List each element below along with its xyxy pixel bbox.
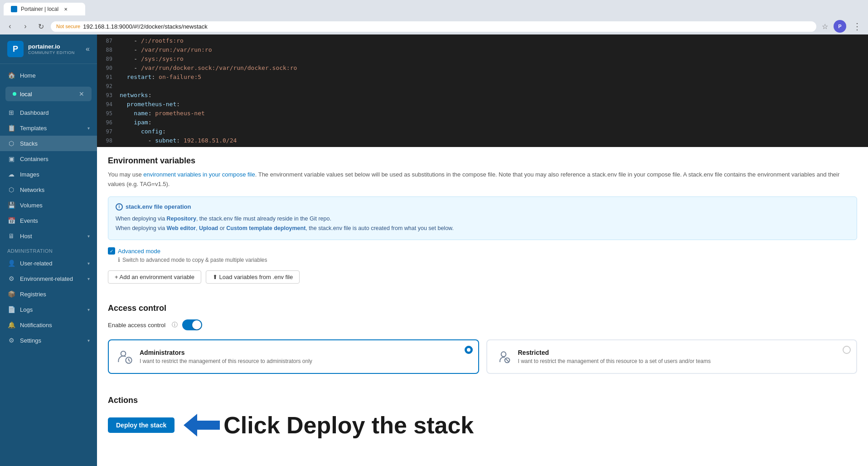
collapse-sidebar-button[interactable]: « <box>86 45 90 53</box>
sidebar-item-environment-related[interactable]: ⚙ Environment-related ▾ <box>0 271 97 286</box>
browser-menu-button[interactable]: ⋮ <box>850 20 864 33</box>
deploy-stack-button[interactable]: Deploy the stack <box>108 417 175 433</box>
hint-icon: ℹ <box>118 256 120 263</box>
code-editor[interactable]: 87 - /:/rootfs:ro 88 - /var/run:/var/run… <box>97 34 868 147</box>
add-env-variable-button[interactable]: + Add an environment variable <box>108 270 201 284</box>
access-control-help-icon: ⓘ <box>172 321 178 329</box>
environment-badge[interactable]: local ✕ <box>5 87 92 101</box>
not-secure-indicator: Not secure <box>56 24 80 29</box>
templates-expand-icon: ▾ <box>87 126 90 131</box>
code-line-92: 92 <box>97 82 868 91</box>
sidebar-item-label: Settings <box>20 337 83 344</box>
code-line-88: 88 - /var/run:/var/run:ro <box>97 45 868 54</box>
active-tab[interactable]: Portainer | local ✕ <box>4 3 85 15</box>
back-button[interactable]: ‹ <box>4 20 16 33</box>
advanced-mode-hint: ℹ Switch to advanced mode to copy & past… <box>118 256 857 263</box>
forward-button[interactable]: › <box>19 20 32 33</box>
sidebar: P portainer.io COMMUNITY EDITION « 🏠 Hom… <box>0 34 97 466</box>
advanced-mode-label[interactable]: Advanced mode <box>118 248 160 255</box>
svg-point-0 <box>121 351 126 356</box>
profile-button[interactable]: P <box>834 20 846 33</box>
info-box-content: When deploying via Repository, the stack… <box>116 214 849 234</box>
code-line-96: 96 ipam: <box>97 118 868 127</box>
tab-bar: Portainer | local ✕ <box>4 3 85 15</box>
notifications-icon: 🔔 <box>7 321 15 329</box>
sidebar-item-logs[interactable]: 📄 Logs ▾ <box>0 302 97 317</box>
deploy-area: Deploy the stack Click Deploy the stack <box>108 412 857 439</box>
sidebar-item-dashboard[interactable]: ⊞ Dashboard <box>0 105 97 120</box>
sidebar-item-user-related[interactable]: 👤 User-related ▾ <box>0 255 97 271</box>
sidebar-item-label: Host <box>20 233 83 240</box>
sidebar-navigation: 🏠 Home local ✕ ⊞ Dashboard 📋 Templates ▾ <box>0 64 97 466</box>
code-line-97: 97 config: <box>97 127 868 136</box>
env-section-description: You may use environment variables in you… <box>108 170 857 189</box>
custom-template-link[interactable]: Custom template deployment <box>226 225 305 231</box>
code-editor-container: 87 - /:/rootfs:ro 88 - /var/run:/var/run… <box>97 34 868 147</box>
host-icon: 🖥 <box>7 232 15 240</box>
svg-point-4 <box>501 352 506 357</box>
logo-text-area: portainer.io COMMUNITY EDITION <box>28 43 75 55</box>
svg-line-3 <box>129 360 130 362</box>
browser-chrome: Portainer | local ✕ <box>0 0 868 18</box>
volumes-icon: 💾 <box>7 201 15 209</box>
bookmark-button[interactable]: ☆ <box>820 20 830 33</box>
sidebar-item-stacks[interactable]: ⬡ Stacks <box>0 136 97 151</box>
registries-icon: 📦 <box>7 290 15 298</box>
sidebar-item-settings[interactable]: ⚙ Settings ▾ <box>0 333 97 348</box>
env-actions-row: + Add an environment variable ⬆ Load var… <box>108 270 857 284</box>
sidebar-item-notifications[interactable]: 🔔 Notifications <box>0 317 97 333</box>
sidebar-item-images[interactable]: ☁ Images <box>0 167 97 182</box>
enable-access-control-row: Enable access control ⓘ <box>108 319 857 330</box>
administrators-icon <box>117 348 133 365</box>
access-control-cards: Administrators I want to restrict the ma… <box>108 339 857 374</box>
logo-icon: P <box>7 41 24 57</box>
sidebar-item-events[interactable]: 📅 Events <box>0 213 97 228</box>
advanced-mode-checkbox[interactable]: ✓ <box>108 247 115 255</box>
browser-controls: ‹ › ↻ <box>4 20 47 33</box>
upload-link[interactable]: Upload <box>199 225 218 231</box>
sidebar-item-containers[interactable]: ▣ Containers <box>0 151 97 167</box>
tab-close-button[interactable]: ✕ <box>62 5 69 13</box>
sidebar-item-networks[interactable]: ⬡ Networks <box>0 182 97 197</box>
sidebar-item-label: User-related <box>20 260 83 267</box>
sidebar-item-label: Logs <box>20 306 83 313</box>
sidebar-item-registries[interactable]: 📦 Registries <box>0 286 97 302</box>
load-variables-button[interactable]: ⬆ Load variables from .env file <box>206 270 300 284</box>
administrators-card[interactable]: Administrators I want to restrict the ma… <box>108 339 479 374</box>
svg-marker-7 <box>184 414 220 437</box>
env-status-dot <box>13 92 16 96</box>
deploy-arrow-icon <box>184 412 220 439</box>
access-control-toggle-label: Enable access control <box>108 322 165 329</box>
host-expand-icon: ▾ <box>87 234 90 239</box>
address-bar[interactable]: Not secure 192.168.1.18:9000/#!/2/docker… <box>51 21 816 32</box>
advanced-mode-row: ✓ Advanced mode <box>108 247 857 255</box>
code-line-94: 94 prometheus-net: <box>97 100 868 109</box>
access-control-toggle[interactable] <box>182 319 202 330</box>
sidebar-item-label: Home <box>20 72 90 79</box>
restricted-card-text: Restricted I want to restrict the manage… <box>518 349 711 364</box>
sidebar-item-label: Stacks <box>20 140 90 147</box>
events-icon: 📅 <box>7 217 15 224</box>
sidebar-item-templates[interactable]: 📋 Templates ▾ <box>0 120 97 136</box>
sidebar-item-label: Events <box>20 217 90 224</box>
code-line-91: 91 restart: on-failure:5 <box>97 73 868 82</box>
env-close-button[interactable]: ✕ <box>79 90 84 98</box>
info-box-title: i stack.env file operation <box>116 203 849 211</box>
env-vars-link[interactable]: environment variables in your compose fi… <box>143 171 255 178</box>
user-related-icon: 👤 <box>7 260 15 267</box>
env-info-box: i stack.env file operation When deployin… <box>108 196 857 240</box>
code-line-95: 95 name: prometheus-net <box>97 109 868 118</box>
sidebar-item-home[interactable]: 🏠 Home <box>0 68 97 83</box>
web-editor-link[interactable]: Web editor <box>167 225 196 231</box>
refresh-button[interactable]: ↻ <box>34 20 47 33</box>
restricted-card[interactable]: Restricted I want to restrict the manage… <box>486 339 858 374</box>
repository-link[interactable]: Repository <box>167 216 196 222</box>
administrators-card-text: Administrators I want to restrict the ma… <box>140 349 312 364</box>
sidebar-item-label: Volumes <box>20 202 90 209</box>
restricted-radio <box>843 346 851 354</box>
sidebar-item-label: Dashboard <box>20 109 90 116</box>
app-container: P portainer.io COMMUNITY EDITION « 🏠 Hom… <box>0 34 868 466</box>
sidebar-item-volumes[interactable]: 💾 Volumes <box>0 197 97 213</box>
sidebar-item-label: Environment-related <box>20 275 83 282</box>
sidebar-item-host[interactable]: 🖥 Host ▾ <box>0 228 97 244</box>
